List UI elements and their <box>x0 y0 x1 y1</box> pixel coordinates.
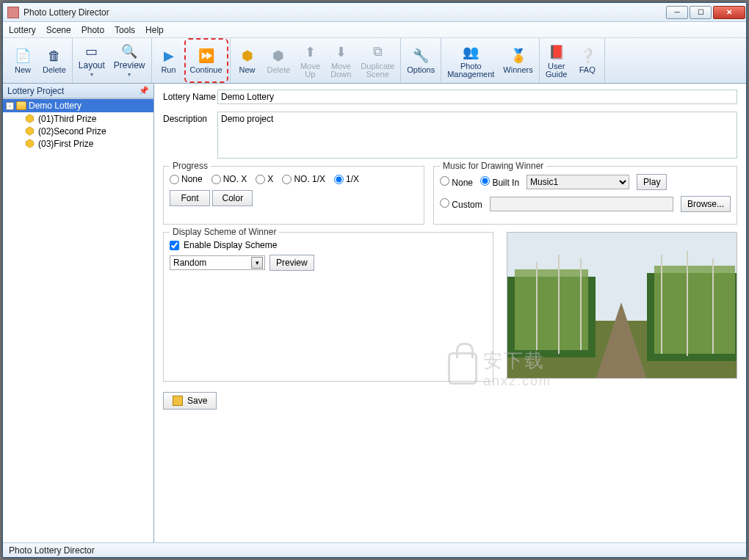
tree-child[interactable]: (01)Third Prize <box>3 112 153 125</box>
menu-help[interactable]: Help <box>145 25 164 35</box>
preview-icon: 🔍 <box>120 43 138 60</box>
layout-icon: ▭ <box>83 43 101 60</box>
svg-marker-1 <box>26 127 33 136</box>
toolbar-options[interactable]: 🔧Options <box>402 38 439 83</box>
svg-rect-8 <box>515 269 588 350</box>
options-icon: 🔧 <box>412 47 430 65</box>
color-button[interactable]: Color <box>212 190 253 206</box>
tree-root-label: Demo Lottery <box>29 101 82 111</box>
svg-rect-9 <box>654 266 735 354</box>
scene-new-icon: ⬢ <box>239 47 256 65</box>
move-up-icon: ⬆ <box>301 43 319 61</box>
font-button[interactable]: Font <box>170 190 210 206</box>
toolbar-faq[interactable]: ❔FAQ <box>572 38 603 83</box>
menu-lottery[interactable]: Lottery <box>9 25 36 35</box>
music-custom[interactable]: Custom <box>440 198 482 210</box>
toolbar-run[interactable]: ▶Run <box>153 38 184 83</box>
toolbar-scene-new[interactable]: ⬢New <box>232 38 263 83</box>
winners-icon: 🏅 <box>510 47 527 65</box>
progress-none[interactable]: None <box>170 174 203 184</box>
guide-icon: 📕 <box>548 43 565 61</box>
duplicate-icon: ⧉ <box>369 43 386 61</box>
close-button[interactable]: ✕ <box>713 6 745 19</box>
svg-marker-0 <box>26 114 33 123</box>
tree-child[interactable]: (03)First Prize <box>3 137 153 150</box>
status-text: Photo Lottery Director <box>9 545 95 556</box>
play-button[interactable]: Play <box>637 174 667 190</box>
menu-scene[interactable]: Scene <box>46 25 71 35</box>
sidebar-title: Lottery Project <box>7 86 64 96</box>
toolbar: 📄New 🗑Delete ▭Layout▾ 🔍Preview▾ ▶Run ⏩Co… <box>3 38 746 84</box>
music-builtin[interactable]: Built In <box>480 176 519 188</box>
display-scheme-group: Display Scheme of Winner Enable Display … <box>163 232 493 382</box>
toolbar-layout[interactable]: ▭Layout▾ <box>74 38 109 83</box>
project-tree[interactable]: - Demo Lottery (01)Third Prize (02)Secon… <box>3 98 153 542</box>
toolbar-new[interactable]: 📄New <box>7 38 38 83</box>
description-label: Description <box>163 112 217 124</box>
music-group: Music for Drawing Winner None Built In M… <box>433 166 737 225</box>
toolbar-move-up: ⬆Move Up <box>294 38 325 83</box>
save-button[interactable]: Save <box>163 392 217 410</box>
prize-icon <box>25 139 35 148</box>
music-path-input <box>490 197 673 211</box>
enable-display-checkbox[interactable] <box>170 241 179 250</box>
toolbar-user-guide[interactable]: 📕User Guide <box>541 38 572 83</box>
display-legend: Display Scheme of Winner <box>170 227 279 237</box>
toolbar-delete[interactable]: 🗑Delete <box>38 38 70 83</box>
lottery-name-label: Lottery Name <box>163 90 217 102</box>
chevron-down-icon: ▾ <box>251 257 263 269</box>
titlebar: Photo Lottery Director ─ ☐ ✕ <box>3 3 746 22</box>
toolbar-continue[interactable]: ⏩Continue <box>184 38 228 83</box>
lottery-name-input[interactable] <box>217 90 737 104</box>
music-none[interactable]: None <box>440 176 473 188</box>
menu-tools[interactable]: Tools <box>115 25 135 35</box>
move-down-icon: ⬇ <box>332 43 350 61</box>
scene-delete-icon: ⬢ <box>269 47 287 65</box>
music-legend: Music for Drawing Winner <box>440 161 546 171</box>
progress-no1x[interactable]: NO. 1/X <box>282 174 325 184</box>
svg-marker-2 <box>26 139 33 148</box>
pin-icon[interactable]: 📌 <box>139 86 149 95</box>
run-icon: ▶ <box>160 47 178 65</box>
scheme-preview-button[interactable]: Preview <box>269 255 314 271</box>
description-input[interactable]: Demo project <box>217 112 737 159</box>
main-panel: Lottery Name Description Demo project Pr… <box>154 84 746 542</box>
continue-icon: ⏩ <box>198 47 215 65</box>
menu-photo[interactable]: Photo <box>82 25 104 35</box>
menubar: Lottery Scene Photo Tools Help <box>3 22 746 38</box>
sidebar-header: Lottery Project 📌 <box>3 84 153 98</box>
photo-mgmt-icon: 👥 <box>462 43 480 61</box>
tree-child[interactable]: (02)Second Prize <box>3 125 153 137</box>
browse-button[interactable]: Browse... <box>681 196 731 212</box>
preview-image <box>507 232 737 379</box>
new-icon: 📄 <box>14 47 32 65</box>
delete-icon: 🗑 <box>46 47 63 65</box>
statusbar: Photo Lottery Director <box>3 542 746 557</box>
prize-icon <box>25 114 35 123</box>
app-icon <box>7 7 19 18</box>
toolbar-photo-management[interactable]: 👥Photo Management <box>443 38 499 83</box>
progress-nox[interactable]: NO. X <box>211 174 247 184</box>
save-icon <box>173 396 183 406</box>
minimize-button[interactable]: ─ <box>666 6 688 19</box>
tree-root[interactable]: - Demo Lottery <box>3 99 153 112</box>
scheme-select[interactable]: Random ▾ <box>170 255 265 270</box>
sidebar: Lottery Project 📌 - Demo Lottery (01)Thi… <box>3 84 154 542</box>
toolbar-duplicate: ⧉Duplicate Scene <box>356 38 399 83</box>
progress-1x[interactable]: 1/X <box>334 174 359 184</box>
prize-icon <box>25 126 35 136</box>
toolbar-move-down: ⬇Move Down <box>325 38 356 83</box>
progress-x[interactable]: X <box>256 174 273 184</box>
music-select[interactable]: Music1 <box>527 175 629 189</box>
folder-icon <box>16 101 26 110</box>
toolbar-winners[interactable]: 🏅Winners <box>499 38 537 83</box>
enable-display-label: Enable Display Scheme <box>184 240 277 250</box>
progress-legend: Progress <box>170 161 211 171</box>
expand-icon[interactable]: - <box>6 102 14 110</box>
progress-group: Progress None NO. X X NO. 1/X 1/X Font C… <box>163 166 424 225</box>
toolbar-preview[interactable]: 🔍Preview▾ <box>109 38 150 83</box>
maximize-button[interactable]: ☐ <box>690 6 712 19</box>
window-title: Photo Lottery Director <box>23 7 665 18</box>
faq-icon: ❔ <box>579 47 596 65</box>
toolbar-scene-delete: ⬢Delete <box>263 38 295 83</box>
